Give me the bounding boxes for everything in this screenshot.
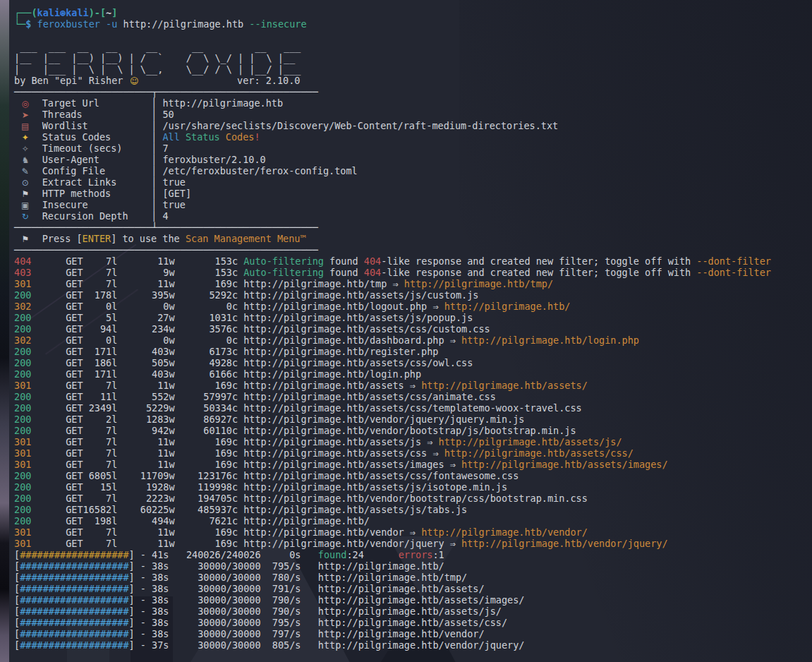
elapsed-time: 38s xyxy=(152,572,169,583)
request-count: 240026/240026 xyxy=(169,549,261,560)
terminal-text xyxy=(30,109,42,120)
press-enter-line: ⚑ Press [ENTER] to use the Scan Manageme… xyxy=(14,233,771,244)
bar-bracket: ] xyxy=(129,549,135,560)
progress-bar: ################### xyxy=(20,606,128,617)
terminal-text: found xyxy=(324,255,364,267)
elapsed-time: 38s xyxy=(152,617,169,628)
separator-line: ────────────────────────┴───────────────… xyxy=(14,222,771,233)
char-count: 60110c xyxy=(175,425,238,436)
bar-bracket: [ xyxy=(14,549,20,560)
bar-bracket: ] xyxy=(129,583,135,594)
terminal-text xyxy=(301,549,317,560)
terminal-text xyxy=(238,357,243,368)
config-user-agent: feroxbuster/2.10.0 xyxy=(162,154,265,165)
result-row: 301 GET 7l 11w 169c http://pilgrimage.ht… xyxy=(14,380,771,391)
terminal-text xyxy=(238,278,243,289)
elapsed-time: 38s xyxy=(152,594,169,606)
syringe-icon: ✎ xyxy=(20,166,30,177)
line-count: 11l xyxy=(83,391,118,402)
http-method: GET xyxy=(31,515,83,526)
terminal-text xyxy=(301,617,317,628)
separator: ────────────────────────────────────────… xyxy=(14,244,318,255)
line-count: 178l xyxy=(83,289,118,301)
enter-key-label: ENTER xyxy=(83,233,111,244)
flag-icon: ⚑ xyxy=(20,188,30,200)
dont-filter-flag: --dont-filter xyxy=(696,267,771,278)
result-row: 200 GET 15l 1928w 119998c http://pilgrim… xyxy=(14,481,771,493)
result-url: http://pilgrimage.htb/register.php xyxy=(243,346,438,357)
status-code: 200 xyxy=(14,391,31,402)
word-count: 9w xyxy=(117,267,174,278)
config-row: ✦ Status Codes │ All Status Codes! xyxy=(14,131,771,143)
prompt-user: kali xyxy=(37,7,61,18)
config-label: Recursion Depth xyxy=(42,210,151,222)
http-method: GET xyxy=(31,255,83,267)
terminal-output[interactable]: ┌──(kali⊛kali)-[~]└─$ feroxbuster -u htt… xyxy=(14,7,771,651)
http-method: GET xyxy=(31,526,83,538)
terminal-text xyxy=(301,639,317,651)
bar-bracket: [ xyxy=(14,560,20,572)
filtered-status: 404 xyxy=(364,267,381,278)
redirect-arrow: ⇒ xyxy=(427,447,444,459)
terminal-text xyxy=(30,233,42,244)
terminal-text: found xyxy=(324,267,364,278)
status-codes-bang: ! xyxy=(254,131,260,143)
prompt-frame: )-[ xyxy=(89,7,106,18)
terminal-text xyxy=(238,335,243,346)
result-row: 301 GET 7l 11w 169c http://pilgrimage.ht… xyxy=(14,278,771,289)
progress-row: [###################] - 38s 30000/30000 … xyxy=(14,560,771,572)
result-url: http://pilgrimage.htb/assets/css/animate… xyxy=(243,391,496,402)
line-count: 7l xyxy=(83,493,118,504)
config-row: ⊙ Extract Links │ true xyxy=(14,176,771,188)
http-method: GET xyxy=(31,267,83,278)
word-count: 505w xyxy=(117,357,174,368)
status-code: 200 xyxy=(14,346,31,357)
dont-filter-flag: --dont-filter xyxy=(696,255,771,267)
terminal-text xyxy=(30,165,42,176)
line-count: 0l xyxy=(83,335,118,346)
progress-row: [###################] - 38s 30000/30000 … xyxy=(14,572,771,583)
word-count: 5229w xyxy=(117,402,174,414)
request-rate: 797/s xyxy=(261,628,301,639)
word-count: 494w xyxy=(117,515,174,526)
request-count: 30000/30000 xyxy=(169,639,261,651)
terminal-text: - xyxy=(135,617,152,628)
terminal-text xyxy=(30,97,42,109)
result-url: http://pilgrimage.htb/login.php xyxy=(243,368,421,380)
status-codes-status: Status xyxy=(186,131,220,143)
bar-bracket: ] xyxy=(129,594,135,606)
line-count: 7l xyxy=(83,538,118,549)
request-rate: 790/s xyxy=(261,606,301,617)
terminal-text xyxy=(14,176,20,188)
result-row: 301 GET 7l 11w 169c http://pilgrimage.ht… xyxy=(14,447,771,459)
terminal-text xyxy=(301,583,317,594)
word-count: 2223w xyxy=(117,493,174,504)
redirect-url: http://pilgrimage.htb/assets/js/ xyxy=(439,436,622,447)
config-label: Timeout (secs) xyxy=(42,143,151,154)
terminal-text: -like response and created new filter; t… xyxy=(381,267,696,278)
terminal-text xyxy=(14,210,20,222)
char-count: 5292c xyxy=(175,289,238,301)
line-count: 7l xyxy=(83,278,118,289)
line-count: 186l xyxy=(83,357,118,368)
terminal-text xyxy=(14,120,20,131)
terminal-text xyxy=(238,425,243,436)
result-url: http://pilgrimage.htb/vendor/jquery/jque… xyxy=(243,414,524,425)
word-count: 11w xyxy=(117,255,174,267)
result-url: http://pilgrimage.htb/vendor/bootstrap/j… xyxy=(243,425,576,436)
column-divider: │ xyxy=(151,199,162,210)
scan-url: http://pilgrimage.htb/ xyxy=(318,560,444,572)
found-count: :24 xyxy=(346,549,363,560)
http-method: GET xyxy=(31,436,83,447)
terminal-text xyxy=(30,188,42,199)
terminal-text xyxy=(238,436,243,447)
banner-byline: by Ben "epi" Risher xyxy=(14,75,129,86)
char-count: 50334c xyxy=(175,402,238,414)
bar-bracket: [ xyxy=(14,639,20,651)
config-row: ♞ User-Agent │ feroxbuster/2.10.0 xyxy=(14,154,771,165)
char-count: 123176c xyxy=(175,470,238,481)
terminal-text xyxy=(238,470,243,481)
http-method: GET xyxy=(31,346,83,357)
terminal-text xyxy=(238,504,243,515)
bar-bracket: ] xyxy=(129,617,135,628)
